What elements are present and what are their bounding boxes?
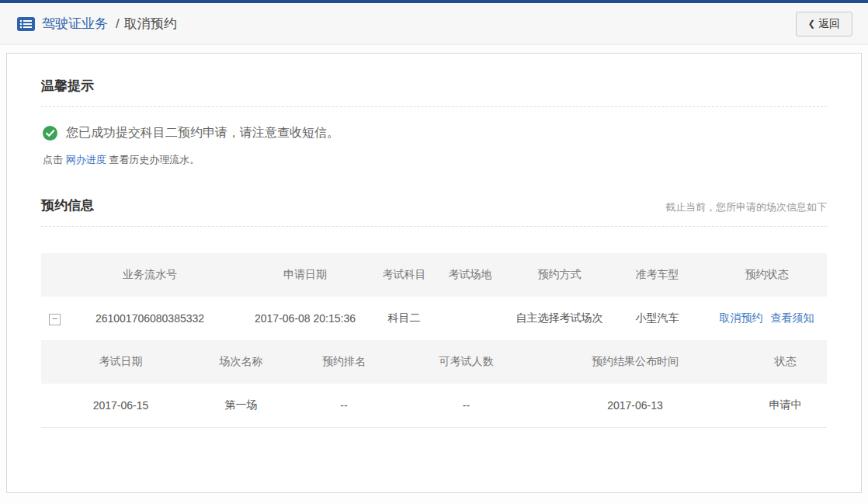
col-header-result-time: 预约结果公布时间 <box>526 340 744 384</box>
main-table-data-row: − 261001706080385332 2017-06-08 20:15:36… <box>41 297 827 340</box>
expand-column-header <box>41 253 68 297</box>
col-header-status: 预约状态 <box>707 253 827 297</box>
check-circle-icon <box>43 126 57 141</box>
state-cell: 申请中 <box>744 384 827 427</box>
progress-line: 点击 网办进度 查看历史办理流水。 <box>43 153 825 167</box>
col-header-state: 状态 <box>744 340 827 384</box>
breadcrumb-separator: / <box>116 16 120 32</box>
result-time-cell: 2017-06-13 <box>526 384 744 427</box>
detail-table-header-row: 考试日期 场次名称 预约排名 可考试人数 预约结果公布时间 状态 <box>41 340 827 384</box>
cancel-appointment-link[interactable]: 取消预约 <box>720 311 763 324</box>
progress-link[interactable]: 网办进度 <box>66 154 106 165</box>
col-header-serial: 业务流水号 <box>68 253 231 297</box>
col-header-vehicle: 准考车型 <box>608 253 707 297</box>
appointment-note: 截止当前，您所申请的场次信息如下 <box>665 200 827 214</box>
progress-prefix: 点击 <box>43 154 63 165</box>
capacity-cell: -- <box>406 384 526 427</box>
list-icon <box>17 17 35 31</box>
appointment-section-header: 预约信息 截止当前，您所申请的场次信息如下 <box>41 196 827 227</box>
progress-suffix: 查看历史办理流水。 <box>109 154 200 165</box>
tips-section-header: 温馨提示 <box>41 77 827 107</box>
main-table-header-row: 业务流水号 申请日期 考试科目 考试场地 预约方式 准考车型 预约状态 <box>41 253 827 297</box>
expand-cell: − <box>41 297 68 340</box>
tips-heading: 温馨提示 <box>41 77 94 95</box>
success-message-row: 您已成功提交科目二预约申请，请注意查收短信。 <box>43 125 825 141</box>
col-header-subject: 考试科目 <box>379 253 429 297</box>
back-button-label: 返回 <box>818 17 840 31</box>
method-cell: 自主选择考试场次 <box>511 297 608 340</box>
back-button[interactable]: ❮ 返回 <box>796 12 852 36</box>
col-header-apply-date: 申请日期 <box>231 253 379 297</box>
col-header-venue: 考试场地 <box>429 253 511 297</box>
session-name-cell: 第一场 <box>200 384 282 427</box>
collapse-toggle-icon[interactable]: − <box>49 314 61 325</box>
breadcrumb-current: 取消预约 <box>124 15 177 33</box>
col-header-session-name: 场次名称 <box>200 340 282 384</box>
back-chevron-icon: ❮ <box>808 19 815 29</box>
content-card: 温馨提示 您已成功提交科目二预约申请，请注意查收短信。 点击 网办进度 查看历史… <box>6 53 862 493</box>
appointment-main-table: 业务流水号 申请日期 考试科目 考试场地 预约方式 准考车型 预约状态 − 26… <box>41 253 827 340</box>
view-notice-link[interactable]: 查看须知 <box>771 311 814 324</box>
exam-date-cell: 2017-06-15 <box>41 384 200 427</box>
apply-date-cell: 2017-06-08 20:15:36 <box>231 297 379 340</box>
appointment-detail-table: 考试日期 场次名称 预约排名 可考试人数 预约结果公布时间 状态 2017-06… <box>41 340 827 428</box>
serial-cell: 261001706080385332 <box>68 297 231 340</box>
subject-cell: 科目二 <box>379 297 429 340</box>
status-cell: 取消预约查看须知 <box>707 297 827 340</box>
venue-cell <box>429 297 511 340</box>
page-header: 驾驶证业务 / 取消预约 ❮ 返回 <box>0 3 868 45</box>
success-message-text: 您已成功提交科目二预约申请，请注意查收短信。 <box>66 125 339 141</box>
col-header-capacity: 可考试人数 <box>406 340 526 384</box>
col-header-rank: 预约排名 <box>282 340 406 384</box>
col-header-exam-date: 考试日期 <box>41 340 200 384</box>
breadcrumb-section[interactable]: 驾驶证业务 <box>42 15 108 33</box>
col-header-method: 预约方式 <box>511 253 608 297</box>
rank-cell: -- <box>282 384 406 427</box>
detail-table-data-row: 2017-06-15 第一场 -- -- 2017-06-13 申请中 <box>41 384 827 427</box>
appointment-heading: 预约信息 <box>41 196 94 214</box>
vehicle-cell: 小型汽车 <box>608 297 707 340</box>
